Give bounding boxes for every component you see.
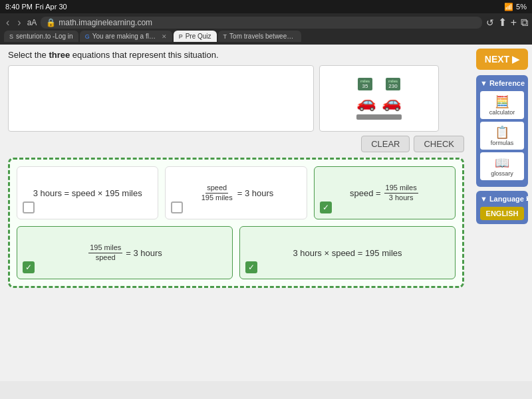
reference-section: ▼ Reference 🧮 calculator 📋 formulas 📖 gl… xyxy=(476,75,528,187)
tab-label-google: You are making a fleece blank... xyxy=(92,33,159,40)
main-content: Select the three equations that represen… xyxy=(0,45,532,381)
next-label: NEXT xyxy=(485,54,509,65)
option-card-2[interactable]: speed 195 miles = 3 hours xyxy=(165,166,307,219)
formulas-label: formulas xyxy=(491,140,514,146)
sign-2: miles 230 xyxy=(386,78,400,90)
date-display: Fri Apr 30 xyxy=(35,3,67,11)
english-button[interactable]: ENGLISH xyxy=(480,207,524,220)
sign-2-value: 230 xyxy=(388,83,398,89)
clear-button[interactable]: CLEAR xyxy=(361,136,410,152)
lock-icon: 🔒 xyxy=(46,18,56,27)
tab-senturion[interactable]: S senturion.to -Log in xyxy=(4,31,78,42)
option-card-1[interactable]: 3 hours = speed × 195 miles xyxy=(17,166,158,219)
share-button[interactable]: ⬆ xyxy=(498,16,507,29)
reload-button[interactable]: ↺ xyxy=(486,17,494,28)
options-grid-row2: 195 miles speed = 3 hours ✓ 3 hours × sp… xyxy=(17,226,456,279)
address-bar[interactable]: 🔒 math.imaginelearning.com xyxy=(41,17,481,29)
tab-label-senturion: senturion.to -Log in xyxy=(16,33,73,40)
reference-label: Reference xyxy=(489,79,525,87)
tabs-button[interactable]: ⧉ xyxy=(521,17,528,29)
options-container: 3 hours = speed × 195 miles speed 195 mi… xyxy=(8,158,464,288)
tabs-row: S senturion.to -Log in G You are making … xyxy=(4,31,528,42)
status-bar: 8:40 PM Fri Apr 30 📶 5% xyxy=(0,0,532,13)
tab-favicon-tom: T xyxy=(223,33,227,40)
road-signs: miles 35 miles 230 xyxy=(358,78,400,90)
option-card-5[interactable]: 3 hours × speed = 195 miles ✓ xyxy=(239,226,456,279)
tab-favicon-google: G xyxy=(85,33,90,40)
tab-favicon-senturion: S xyxy=(9,33,13,40)
wifi-icon: 📶 xyxy=(504,3,513,11)
check-button[interactable]: CHECK xyxy=(414,136,464,152)
fraction-4: 195 miles speed xyxy=(88,243,122,261)
fraction-3: 195 miles 3 hours xyxy=(384,184,418,201)
option-content-1: 3 hours = speed × 195 miles xyxy=(25,188,150,198)
glossary-item[interactable]: 📖 glossary xyxy=(480,152,524,180)
buttons-row: CLEAR CHECK xyxy=(8,136,464,152)
math-expr-4: 195 miles speed = 3 hours xyxy=(87,243,162,261)
formulas-icon: 📋 xyxy=(495,125,509,140)
calculator-item[interactable]: 🧮 calculator xyxy=(480,91,524,119)
language-section: ▼ Language ℹ ENGLISH xyxy=(476,191,528,224)
image-area: miles 35 miles 230 🚗 🚗 xyxy=(8,65,464,132)
next-button[interactable]: NEXT ▶ xyxy=(476,49,528,70)
content-panel: Select the three equations that represen… xyxy=(0,45,472,381)
car-scene: miles 35 miles 230 🚗 🚗 xyxy=(354,75,404,122)
checkbox-5[interactable]: ✓ xyxy=(245,261,257,273)
option-card-3[interactable]: speed = 195 miles 3 hours ✓ xyxy=(314,166,456,219)
status-time: 8:40 PM Fri Apr 30 xyxy=(5,3,67,11)
checkbox-4[interactable]: ✓ xyxy=(23,261,35,273)
back-button[interactable]: ‹ xyxy=(4,17,11,29)
tab-google[interactable]: G You are making a fleece blank... ✕ xyxy=(80,31,172,42)
triangle-icon-lang: ▼ xyxy=(480,195,487,203)
road-graphic xyxy=(356,114,402,120)
question-text: Select the three equations that represen… xyxy=(8,50,464,60)
forward-button[interactable]: › xyxy=(15,17,23,29)
tab-label-prequiz: Pre Quiz xyxy=(186,33,211,40)
car-1-icon: 🚗 xyxy=(356,93,376,112)
cars-row: 🚗 🚗 xyxy=(356,93,402,112)
option-content-4: 195 miles speed = 3 hours xyxy=(25,243,224,261)
car-scene-image: miles 35 miles 230 🚗 🚗 xyxy=(319,65,439,132)
add-tab-button[interactable]: + xyxy=(511,17,517,29)
checkbox-3[interactable]: ✓ xyxy=(320,201,332,213)
tab-favicon-prequiz: P xyxy=(179,33,183,40)
sign-1: miles 35 xyxy=(358,78,372,90)
language-header: ▼ Language ℹ xyxy=(480,195,524,203)
time-display: 8:40 PM xyxy=(5,3,33,11)
checkbox-1[interactable] xyxy=(23,201,35,213)
browser-chrome: ‹ › aA 🔒 math.imaginelearning.com ↺ ⬆ + … xyxy=(0,13,532,45)
checkbox-2[interactable] xyxy=(171,201,183,213)
problem-text-box xyxy=(8,65,314,132)
question-suffix: equations that represent this situation. xyxy=(70,50,218,60)
math-expr-3: speed = 195 miles 3 hours xyxy=(350,184,420,201)
reference-header: ▼ Reference xyxy=(480,79,524,87)
battery-display: 5% xyxy=(516,3,527,11)
status-indicators: 📶 5% xyxy=(504,3,527,11)
right-sidebar: NEXT ▶ ▼ Reference 🧮 calculator 📋 formul… xyxy=(472,45,532,381)
url-display: math.imaginelearning.com xyxy=(59,18,152,27)
math-expr-2: speed 195 miles = 3 hours xyxy=(199,184,274,201)
tab-prequiz[interactable]: P Pre Quiz xyxy=(174,31,217,42)
formulas-item[interactable]: 📋 formulas xyxy=(480,122,524,150)
question-prefix: Select the xyxy=(8,50,49,60)
calculator-icon: 🧮 xyxy=(495,94,509,109)
math-expr-5: 3 hours × speed = 195 miles xyxy=(293,248,402,258)
car-2-icon: 🚗 xyxy=(382,93,402,112)
language-label: Language xyxy=(489,195,524,203)
fraction-2: speed 195 miles xyxy=(200,184,234,201)
option-card-4[interactable]: 195 miles speed = 3 hours ✓ xyxy=(17,226,233,279)
triangle-icon: ▼ xyxy=(480,79,487,87)
reader-button[interactable]: aA xyxy=(27,18,37,27)
next-arrow-icon: ▶ xyxy=(512,54,519,65)
close-tab-google[interactable]: ✕ xyxy=(162,33,167,40)
glossary-label: glossary xyxy=(491,170,513,177)
question-bold: three xyxy=(49,50,70,60)
tab-tom[interactable]: T Tom travels between the two... xyxy=(218,31,302,42)
nav-bar: ‹ › aA 🔒 math.imaginelearning.com ↺ ⬆ + … xyxy=(4,16,528,29)
math-expr-1: 3 hours = speed × 195 miles xyxy=(33,188,142,198)
glossary-icon: 📖 xyxy=(495,156,509,170)
sign-1-value: 35 xyxy=(360,83,370,89)
tab-label-tom: Tom travels between the two... xyxy=(229,33,296,40)
info-icon: ℹ xyxy=(526,196,528,202)
options-grid-row1: 3 hours = speed × 195 miles speed 195 mi… xyxy=(17,166,456,219)
